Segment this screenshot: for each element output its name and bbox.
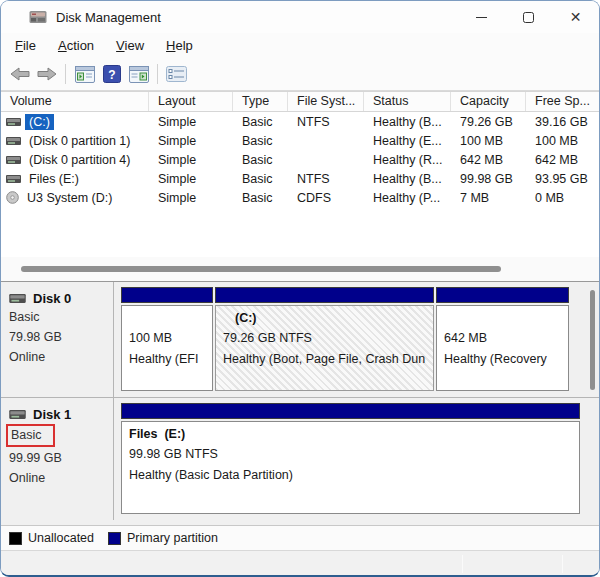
red-highlight-box: Basic: [6, 424, 55, 447]
show-console-tree-button[interactable]: [71, 61, 98, 88]
disk-name-text: Disk 0: [33, 291, 71, 306]
partition[interactable]: 100 MBHealthy (EFI: [121, 287, 213, 391]
forward-button[interactable]: [33, 61, 60, 88]
volume-row-cell: Basic: [233, 134, 288, 148]
menu-item-file[interactable]: File: [4, 36, 47, 55]
volume-row[interactable]: (Disk 0 partition 1)SimpleBasicHealthy (…: [1, 131, 599, 150]
horizontal-scrollbar-thumb[interactable]: [21, 266, 501, 272]
disk-management-window: Disk Management ✕ FileActionViewHelp: [0, 0, 600, 577]
disk-row-disk-0: Disk 0Basic79.98 GBOnline100 MBHealthy (…: [1, 282, 599, 398]
volume-row-cell: 39.16 GB: [526, 115, 600, 129]
svg-text:?: ?: [108, 68, 115, 82]
partition-body[interactable]: (C:)79.26 GB NTFSHealthy (Boot, Page Fil…: [215, 305, 434, 391]
volume-row-cell: Healthy (P...: [364, 191, 451, 205]
show-action-pane-button[interactable]: [125, 61, 152, 88]
disk-name: Disk 0: [9, 291, 113, 306]
volume-row-cell: Basic: [233, 172, 288, 186]
partition-status: Healthy (EFI: [129, 349, 206, 370]
volume-row[interactable]: (Disk 0 partition 4)SimpleBasicHealthy (…: [1, 150, 599, 169]
properties-button[interactable]: [163, 61, 190, 88]
disk-status: Online: [9, 348, 113, 366]
volume-row[interactable]: Files (E:)SimpleBasicNTFSHealthy (B...99…: [1, 169, 599, 188]
legend-bar: UnallocatedPrimary partition: [1, 525, 599, 550]
minimize-button[interactable]: [458, 1, 505, 33]
column-header-type[interactable]: Type: [233, 92, 288, 111]
forward-arrow-icon: [37, 67, 57, 81]
column-header-free-sp[interactable]: Free Sp...: [526, 92, 600, 111]
status-bar: [1, 550, 599, 576]
volume-row[interactable]: U3 System (D:)SimpleBasicCDFSHealthy (P.…: [1, 188, 599, 207]
toolbar-separator: [65, 64, 66, 84]
volume-row-cell: NTFS: [288, 172, 364, 186]
horizontal-scrollbar[interactable]: [1, 257, 599, 281]
partition-filese[interactable]: Files (E:)99.98 GB NTFSHealthy (Basic Da…: [121, 403, 580, 514]
partition-status: Healthy (Recovery: [444, 349, 562, 370]
volume-row-cell: Basic: [233, 191, 288, 205]
volume-row-cell: 99.98 GB: [451, 172, 526, 186]
partition-body[interactable]: 100 MBHealthy (EFI: [121, 305, 213, 391]
title-bar: Disk Management ✕: [1, 1, 599, 33]
console-tree-icon: [75, 66, 95, 83]
disk-status: Online: [9, 469, 113, 487]
help-icon: ?: [103, 65, 121, 83]
volume-name: U3 System (D:): [23, 190, 116, 206]
close-button[interactable]: ✕: [552, 1, 599, 33]
toolbar: ?: [1, 58, 599, 91]
partition-c[interactable]: (C:)79.26 GB NTFSHealthy (Boot, Page Fil…: [215, 287, 434, 391]
column-header-volume[interactable]: Volume: [1, 92, 149, 111]
window-controls: ✕: [458, 1, 599, 33]
menu-item-view[interactable]: View: [105, 36, 155, 55]
volume-cell: (Disk 0 partition 1): [1, 133, 149, 149]
volume-row-cell: NTFS: [288, 115, 364, 129]
disk-icon: [6, 174, 21, 184]
volume-row-cell: Simple: [149, 153, 233, 167]
volume-table: (C:)SimpleBasicNTFSHealthy (B...79.26 GB…: [1, 112, 599, 257]
partition-name: Files (E:): [129, 424, 573, 444]
status-bar-separator: [562, 555, 563, 573]
volume-name: (Disk 0 partition 4): [25, 152, 134, 168]
volume-row-cell: 79.26 GB: [451, 115, 526, 129]
disk-management-app-icon: [29, 10, 47, 24]
partition-size: 100 MB: [129, 328, 206, 349]
legend-label: Unallocated: [28, 531, 94, 545]
volume-cell: Files (E:): [1, 171, 149, 187]
legend-swatch-primary-partition: [108, 532, 121, 545]
partition-size: 79.26 GB NTFS: [223, 328, 427, 349]
partition-size: 99.98 GB NTFS: [129, 444, 573, 465]
volume-cell: (Disk 0 partition 4): [1, 152, 149, 168]
column-header-file-syst[interactable]: File Syst...: [288, 92, 364, 111]
volume-row-cell: Healthy (B...: [364, 115, 451, 129]
volume-row-cell: Simple: [149, 115, 233, 129]
partition-body[interactable]: 642 MBHealthy (Recovery: [436, 305, 569, 391]
close-icon: ✕: [570, 9, 582, 25]
menu-item-action[interactable]: Action: [47, 36, 105, 55]
volume-row[interactable]: (C:)SimpleBasicNTFSHealthy (B...79.26 GB…: [1, 112, 599, 131]
minimize-icon: [476, 17, 487, 18]
volume-row-cell: Basic: [233, 115, 288, 129]
partition-body[interactable]: Files (E:)99.98 GB NTFSHealthy (Basic Da…: [121, 421, 580, 514]
toolbar-separator: [157, 64, 158, 84]
volume-row-cell: Healthy (R...: [364, 153, 451, 167]
menu-bar: FileActionViewHelp: [1, 33, 599, 58]
maximize-button[interactable]: [505, 1, 552, 33]
partition-name: [129, 308, 206, 328]
column-header-status[interactable]: Status: [364, 92, 451, 111]
properties-icon: [166, 66, 187, 82]
volume-row-cell: 100 MB: [526, 134, 600, 148]
back-button[interactable]: [6, 61, 33, 88]
disk-name-text: Disk 1: [33, 407, 71, 422]
help-button[interactable]: ?: [98, 61, 125, 88]
maximize-icon: [523, 12, 534, 23]
partition-type-bar: [121, 287, 213, 303]
disk-name: Disk 1: [9, 407, 113, 422]
legend-label: Primary partition: [127, 531, 218, 545]
partition[interactable]: 642 MBHealthy (Recovery: [436, 287, 569, 391]
column-header-layout[interactable]: Layout: [149, 92, 233, 111]
volume-row-cell: Basic: [233, 153, 288, 167]
column-header-capacity[interactable]: Capacity: [451, 92, 526, 111]
partition-status: Healthy (Basic Data Partition): [129, 465, 573, 486]
vertical-scrollbar-thumb[interactable]: [590, 290, 595, 390]
volume-cell: (C:): [1, 114, 149, 130]
back-arrow-icon: [10, 67, 30, 81]
menu-item-help[interactable]: Help: [155, 36, 204, 55]
